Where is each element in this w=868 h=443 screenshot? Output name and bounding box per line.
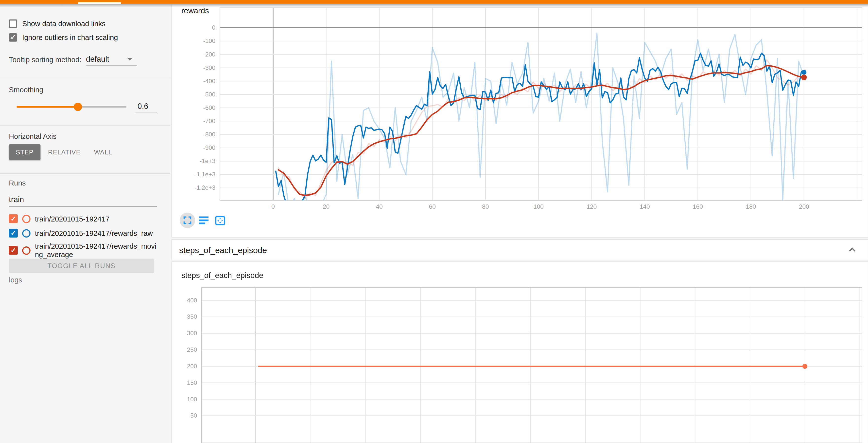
rewards-chart[interactable]: 0204060801001201401601802000-100-200-300… [172, 4, 868, 237]
tooltip-sorting-label: Tooltip sorting method: [9, 56, 81, 64]
y-tick-label: 50 [190, 412, 197, 419]
ignore-outliers-row[interactable]: ✓ Ignore outliers in chart scaling [9, 33, 164, 42]
run-row[interactable]: ✓ train/20201015-192417/rewards_raw [9, 227, 164, 239]
toolbar-shadow [0, 4, 868, 7]
active-tab-indicator [78, 2, 121, 4]
toggle-log-scale-button[interactable] [195, 213, 212, 228]
tensorboard-app: ✓ Show data download links ✓ Ignore outl… [0, 0, 868, 443]
x-tick-label: 120 [587, 203, 597, 210]
rewards_moving_average_raw-line [278, 60, 804, 199]
divider [0, 78, 170, 78]
y-tick-label: -600 [203, 104, 216, 111]
x-tick-label: 200 [799, 203, 809, 210]
runs-filter-underline [9, 206, 157, 207]
runs-filter-input[interactable]: train [9, 195, 24, 204]
run-row[interactable]: ✓ train/20201015-192417/rewards_moving_a… [9, 239, 164, 262]
y-tick-label: -1.2e+3 [194, 184, 215, 191]
fit-domain-button[interactable] [212, 213, 229, 228]
axis-relative-button[interactable]: RELATIVE [44, 144, 84, 160]
rewards_raw_smoothed-line [276, 53, 804, 208]
section-title: steps_of_each_episode [179, 245, 848, 254]
x-tick-label: 80 [482, 203, 489, 210]
plot-border [202, 288, 862, 443]
chevron-up-icon[interactable] [848, 245, 857, 254]
y-tick-label: -1e+3 [199, 158, 215, 164]
x-tick-label: 40 [376, 203, 383, 210]
x-tick-label: 60 [429, 203, 436, 210]
runs-label: Runs [9, 179, 26, 187]
show-download-links-row[interactable]: ✓ Show data download links [9, 20, 164, 28]
y-tick-label: -800 [203, 131, 216, 138]
run-label[interactable]: train/20201015-192417/rewards_moving_ave… [35, 242, 160, 259]
run-radio[interactable] [22, 229, 31, 237]
run-checkbox[interactable]: ✓ [9, 214, 18, 223]
y-tick-label: 400 [187, 297, 197, 304]
axis-wall-button[interactable]: WALL [89, 144, 118, 160]
smoothing-slider-active [17, 106, 78, 108]
y-tick-label: 100 [187, 396, 197, 403]
divider [0, 125, 170, 126]
y-tick-label: 150 [187, 379, 197, 386]
plot-border [220, 8, 862, 201]
y-tick-label: -1.1e+3 [194, 171, 215, 178]
check-icon: ✓ [10, 215, 16, 222]
y-tick-label: 200 [187, 363, 197, 370]
expand-icon [183, 216, 192, 225]
tooltip-sorting-select[interactable]: default [86, 55, 110, 63]
fit-to-data-icon [215, 215, 225, 225]
run-row[interactable]: ✓ train/20201015-192417 [9, 213, 164, 225]
logdir-label: logs [9, 276, 22, 284]
y-tick-label: -900 [203, 144, 216, 151]
steps-chart-card: steps_of_each_episode 400350300250200150… [171, 262, 868, 443]
smoothing-slider-thumb[interactable] [74, 102, 82, 111]
y-tick-label: -300 [203, 64, 216, 71]
run-label[interactable]: train/20201015-192417/rewards_raw [35, 229, 160, 237]
divider [0, 173, 170, 174]
x-tick-label: 160 [693, 203, 703, 210]
check-icon: ✓ [10, 247, 16, 254]
smoothing-value[interactable]: 0.6 [137, 101, 148, 111]
axis-step-button[interactable]: STEP [9, 144, 40, 160]
check-icon: ✓ [10, 230, 16, 237]
y-tick-label: 350 [187, 313, 197, 320]
checkbox-label: Ignore outliers in chart scaling [22, 33, 118, 42]
rewards-chart-card: rewards 0204060801001201401601802000-100… [171, 4, 868, 238]
rewards_moving_average_smoothed-end-dot[interactable] [801, 75, 807, 80]
lines-icon [199, 216, 208, 225]
chart-toolbar [180, 211, 228, 230]
x-tick-label: 180 [746, 203, 756, 210]
run-label[interactable]: train/20201015-192417 [35, 215, 160, 223]
show-download-links-checkbox[interactable]: ✓ [9, 20, 17, 28]
run-radio[interactable] [22, 215, 31, 223]
run-checkbox[interactable]: ✓ [9, 229, 18, 238]
y-tick-label: -200 [203, 51, 216, 58]
y-tick-label: 300 [187, 330, 197, 336]
top-toolbar [0, 0, 868, 4]
x-tick-label: 100 [533, 203, 544, 210]
toggle-all-runs-button[interactable]: TOGGLE ALL RUNS [9, 259, 154, 273]
chevron-down-icon[interactable] [127, 58, 132, 60]
rewards_raw-line [278, 33, 804, 213]
settings-sidebar: ✓ Show data download links ✓ Ignore outl… [0, 4, 170, 443]
steps-chart[interactable]: 40035030025020015010050 [172, 262, 868, 443]
horizontal-axis-label: Horizontal Axis [9, 132, 56, 141]
y-tick-label: -100 [203, 37, 216, 44]
run-radio[interactable] [22, 246, 31, 255]
ignore-outliers-checkbox[interactable]: ✓ [9, 33, 17, 42]
rewards_raw_smoothed-end-dot[interactable] [802, 70, 806, 75]
run-checkbox[interactable]: ✓ [9, 246, 18, 255]
y-tick-label: -700 [203, 118, 216, 124]
expand-chart-button[interactable] [180, 213, 195, 228]
steps_of_each_episode-end-dot[interactable] [802, 364, 807, 369]
select-underline [86, 66, 137, 66]
y-tick-label: -400 [203, 78, 216, 84]
section-header[interactable]: steps_of_each_episode [171, 239, 868, 261]
y-tick-label: 0 [212, 24, 215, 31]
x-tick-label: 0 [271, 203, 275, 210]
checkbox-label: Show data download links [22, 20, 105, 28]
smoothing-label: Smoothing [9, 86, 43, 94]
x-tick-label: 140 [640, 203, 650, 210]
y-tick-label: -500 [203, 91, 216, 98]
y-tick-label: 250 [187, 346, 197, 353]
smoothing-value-underline [135, 113, 157, 113]
